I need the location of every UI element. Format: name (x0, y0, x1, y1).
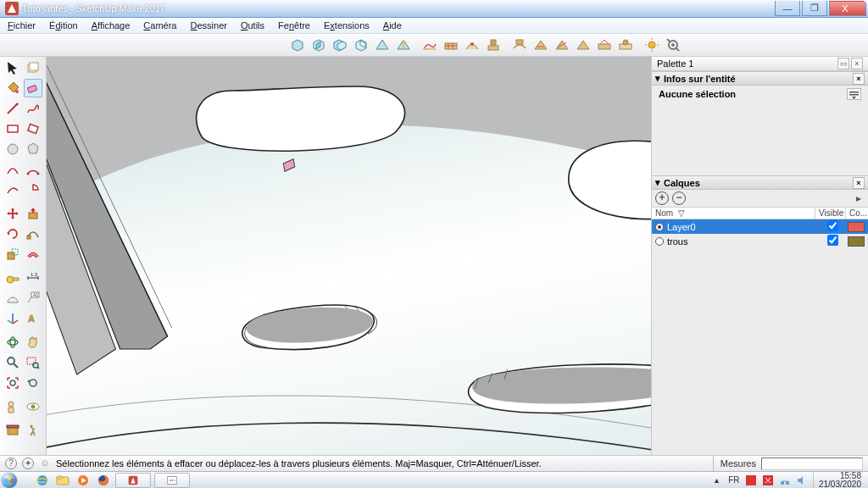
orbit-tool-icon[interactable] (3, 333, 22, 352)
sandbox-stamp-icon[interactable] (484, 36, 503, 54)
freehand-tool-icon[interactable] (24, 99, 42, 118)
follow-me-tool-icon[interactable] (24, 225, 42, 243)
line-tool-icon[interactable] (3, 99, 22, 118)
3d-viewport[interactable] (47, 57, 651, 455)
pie-tool-icon[interactable] (24, 180, 42, 199)
system-tray[interactable]: ▴ FR 15:58 21/03/2020 (711, 472, 866, 489)
zoom-extents-tool-icon[interactable] (3, 374, 22, 392)
offset-tool-icon[interactable] (24, 245, 42, 263)
firefox-icon[interactable] (95, 473, 112, 488)
user-icon[interactable]: ☺ (39, 458, 51, 469)
layer-row[interactable]: trous (652, 234, 868, 248)
3d-text-tool-icon[interactable]: A (24, 309, 42, 328)
language-indicator[interactable]: FR (728, 474, 740, 486)
taskbar-time[interactable]: 15:58 (819, 472, 861, 480)
rotated-rectangle-tool-icon[interactable] (24, 119, 42, 138)
section-plane-tool-icon[interactable] (3, 421, 22, 440)
pan-tool-icon[interactable] (24, 333, 42, 352)
position-camera-tool-icon[interactable] (3, 397, 22, 416)
layer-visible-checkbox[interactable] (827, 235, 838, 246)
menu-extensions[interactable]: Extensions (319, 19, 375, 32)
taskbar-sketchup-button[interactable] (115, 473, 151, 488)
extension-sun-icon[interactable] (643, 36, 661, 54)
sandbox-tool-e-icon[interactable] (595, 36, 614, 54)
tray-close-button[interactable]: × (851, 58, 863, 69)
move-tool-icon[interactable] (3, 204, 22, 223)
geo-icon[interactable]: ✦ (22, 458, 34, 469)
entity-panel-close-button[interactable]: × (853, 73, 865, 85)
polygon-tool-icon[interactable] (24, 140, 42, 158)
measurements-input[interactable] (761, 458, 863, 470)
look-around-tool-icon[interactable] (24, 397, 42, 416)
sandbox-from-scratch-icon[interactable] (442, 36, 460, 54)
layer-row[interactable]: Layer0 (652, 219, 868, 234)
menu-help[interactable]: Aide (378, 19, 407, 32)
layers-col-name[interactable]: Nom ▽ (652, 208, 815, 219)
layer-color-swatch[interactable] (848, 236, 865, 247)
layer-color-swatch[interactable] (848, 222, 865, 232)
dimension-tool-icon[interactable]: 1.2 (24, 269, 42, 287)
tray-chevron-icon[interactable]: ▴ (711, 474, 723, 486)
solid-split-icon[interactable] (394, 36, 413, 54)
tape-measure-tool-icon[interactable] (3, 269, 22, 287)
layer-name[interactable]: trous (667, 236, 817, 247)
scale-tool-icon[interactable] (3, 245, 22, 263)
eraser-tool-icon[interactable] (24, 79, 42, 97)
media-player-icon[interactable] (75, 473, 92, 488)
previous-view-tool-icon[interactable] (24, 374, 42, 392)
menu-window[interactable]: Fenêtre (273, 19, 315, 32)
sandbox-tool-f-icon[interactable] (616, 36, 635, 54)
three-point-arc-tool-icon[interactable] (3, 180, 22, 199)
menu-draw[interactable]: Dessiner (186, 19, 232, 32)
add-layer-button[interactable]: + (655, 191, 669, 205)
protractor-tool-icon[interactable] (3, 289, 22, 308)
extension-settings-icon[interactable] (664, 36, 682, 54)
tray-app1-icon[interactable] (745, 474, 757, 486)
solid-subtract-icon[interactable] (352, 36, 370, 54)
menu-file[interactable]: FFichierichier (3, 19, 41, 32)
layers-panel-close-button[interactable]: × (853, 177, 865, 189)
rectangle-tool-icon[interactable] (3, 119, 22, 138)
layer-active-radio[interactable] (655, 237, 664, 246)
menu-edit[interactable]: Édition (44, 19, 83, 32)
entity-info-panel-header[interactable]: ▾ Infos sur l'entité × (652, 71, 868, 86)
rotate-tool-icon[interactable] (3, 225, 22, 243)
sandbox-smoove-icon[interactable] (463, 36, 481, 54)
menu-view[interactable]: Affichage (86, 19, 136, 32)
push-pull-tool-icon[interactable] (24, 204, 42, 223)
sandbox-flip-edge-icon[interactable] (553, 36, 571, 54)
minimize-button[interactable]: — (775, 1, 800, 16)
text-tool-icon[interactable]: A1 (24, 289, 42, 308)
layers-col-visible[interactable]: Visible (815, 208, 846, 219)
remove-layer-button[interactable]: − (672, 191, 686, 205)
entity-panel-menu-button[interactable] (847, 88, 861, 100)
start-button[interactable] (2, 473, 31, 488)
maximize-button[interactable]: ❐ (802, 1, 827, 16)
menu-tools[interactable]: Outils (236, 19, 270, 32)
paint-bucket-icon[interactable] (3, 79, 22, 97)
circle-tool-icon[interactable] (3, 140, 22, 158)
axes-tool-icon[interactable] (3, 309, 22, 328)
layers-col-color[interactable]: Co... (846, 208, 868, 219)
two-point-arc-tool-icon[interactable] (24, 160, 42, 179)
layer-visible-checkbox[interactable] (827, 220, 838, 231)
tray-app2-icon[interactable] (762, 474, 774, 486)
layer-active-radio[interactable] (655, 223, 664, 231)
sandbox-drape-icon[interactable] (510, 36, 529, 54)
layers-panel-header[interactable]: ▾ Calques × (652, 175, 868, 190)
taskbar-date[interactable]: 21/03/2020 (819, 480, 861, 489)
sandbox-from-contours-icon[interactable] (420, 36, 439, 54)
close-button[interactable]: X (829, 1, 866, 16)
volume-icon[interactable] (796, 474, 808, 486)
network-icon[interactable] (779, 474, 791, 486)
taskbar-paint-button[interactable] (154, 473, 190, 488)
solid-trim-icon[interactable] (373, 36, 392, 54)
ie-icon[interactable] (34, 473, 51, 488)
solid-intersect-icon[interactable] (309, 36, 328, 54)
tray-pin-button[interactable]: ▭ (837, 58, 849, 69)
zoom-tool-icon[interactable] (3, 353, 22, 372)
solid-outer-shell-icon[interactable] (288, 36, 307, 54)
sandbox-tool-d-icon[interactable] (574, 36, 593, 54)
layer-name[interactable]: Layer0 (667, 222, 817, 232)
sandbox-add-detail-icon[interactable] (531, 36, 550, 54)
